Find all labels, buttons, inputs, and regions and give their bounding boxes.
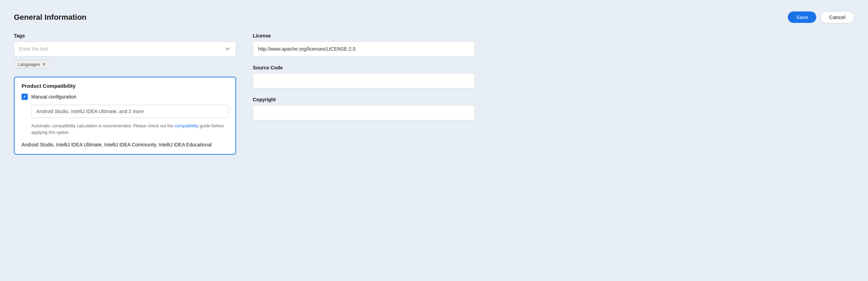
source-code-field-group: Source Code: [253, 65, 475, 88]
save-button[interactable]: Save: [788, 11, 816, 23]
tags-field-group: Tags ↵ Languages ✕: [14, 33, 236, 68]
copyright-input[interactable]: [253, 105, 475, 120]
left-column: Tags ↵ Languages ✕ Product Compatibility…: [14, 33, 236, 155]
license-input[interactable]: [253, 41, 475, 57]
source-code-label: Source Code: [253, 65, 475, 70]
source-code-input[interactable]: [253, 73, 475, 88]
tags-input-wrapper[interactable]: ↵: [14, 41, 236, 57]
cancel-button[interactable]: Cancel: [820, 11, 854, 23]
product-compatibility-title: Product Compatibility: [22, 83, 228, 89]
product-compatibility-box: Product Compatibility Manual configurati…: [14, 77, 236, 155]
manual-config-label: Manual configuration: [31, 94, 76, 100]
copyright-field-group: Copyright: [253, 97, 475, 120]
tags-label: Tags: [14, 33, 236, 39]
tags-input[interactable]: [19, 46, 226, 52]
compatibility-input-wrapper: [31, 105, 228, 118]
languages-tag: Languages ✕: [14, 60, 50, 68]
tag-close-icon[interactable]: ✕: [42, 61, 46, 67]
manual-config-row: Manual configuration: [22, 94, 228, 100]
compatibility-link[interactable]: compatibility: [175, 124, 199, 128]
page-header: General Information Save Cancel: [14, 11, 854, 23]
note-text: Automatic compatibility calculation is r…: [31, 124, 173, 128]
product-list: Android Studio, IntelliJ IDEA Ultimate, …: [22, 141, 228, 148]
tag-label: Languages: [18, 62, 40, 67]
manual-config-checkbox[interactable]: [22, 94, 28, 100]
return-icon: ↵: [226, 45, 231, 53]
main-content: Tags ↵ Languages ✕ Product Compatibility…: [14, 33, 854, 155]
license-label: License: [253, 33, 475, 39]
compatibility-note: Automatic compatibility calculation is r…: [31, 123, 228, 136]
copyright-label: Copyright: [253, 97, 475, 102]
license-field-group: License: [253, 33, 475, 57]
compatibility-input[interactable]: [31, 105, 228, 118]
right-column: License Source Code Copyright: [253, 33, 475, 129]
page-title: General Information: [14, 13, 86, 22]
header-actions: Save Cancel: [788, 11, 854, 23]
